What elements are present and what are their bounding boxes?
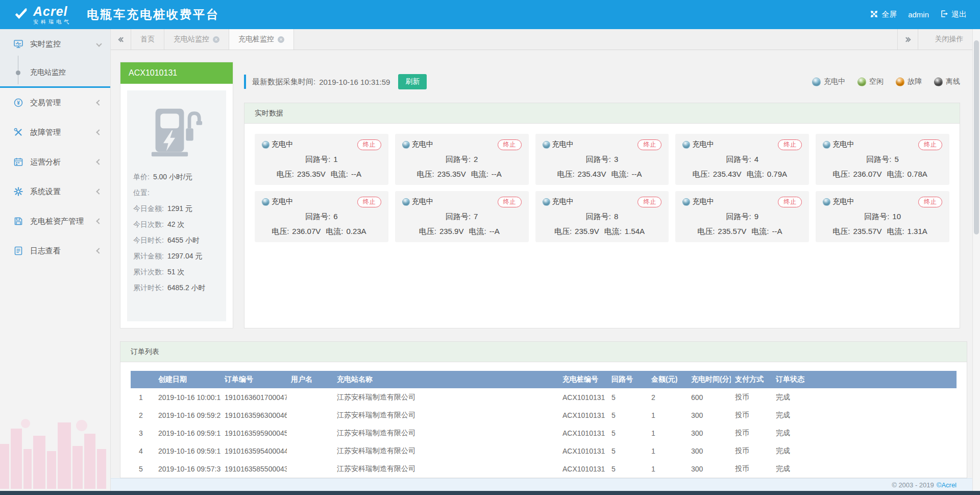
tab-station-monitor[interactable]: 充电站监控× [164, 29, 229, 50]
stop-button[interactable]: 终止 [918, 139, 942, 150]
charging-card: 充电中终止回路号:1电压:235.35V电流:--A [255, 134, 388, 185]
current-value: 1.54A [625, 227, 645, 235]
card-status-label: 充电中 [832, 197, 854, 206]
table-row[interactable]: 22019-10-16 09:59:231910163596300046江苏安科… [131, 406, 957, 424]
chevron-left-icon [96, 159, 102, 164]
scroll-tabs-right-icon[interactable] [897, 29, 918, 50]
sidebar-item-label: 故障管理 [30, 128, 61, 137]
circuit-value: 2 [474, 155, 478, 163]
sidebar-item-transaction-mgmt[interactable]: ¥交易管理 [0, 88, 110, 117]
table-row[interactable]: 32019-10-16 09:59:191910163595900045江苏安科… [131, 424, 957, 442]
card-meter: 电压:235.43V电流:0.79A [682, 170, 802, 179]
sidebar-item-pile-asset-mgmt[interactable]: 充电桩资产管理 [0, 206, 110, 236]
tab-home[interactable]: 首页 [131, 29, 164, 50]
sidebar-group: 充电桩资产管理 [0, 206, 110, 236]
asset-icon [13, 216, 23, 226]
device-summary: 单价:5.00 小时/元位置:今日金额:1291 元今日次数:42 次今日时长:… [127, 90, 226, 321]
brand-link[interactable]: ©Acrel [937, 481, 957, 489]
stop-button[interactable]: 终止 [638, 197, 662, 207]
scroll-tabs-left-icon[interactable] [111, 29, 131, 50]
settings-icon [13, 186, 23, 197]
cell-username [287, 460, 333, 478]
card-status-label: 充电中 [692, 140, 714, 149]
charging-card: 充电中终止回路号:8电压:235.9V电流:1.54A [535, 191, 669, 242]
circuit-value: 1 [333, 155, 337, 163]
cell-amount: 2 [647, 388, 687, 406]
sidebar-item-system-settings[interactable]: 系统设置 [0, 177, 110, 206]
card-status-label: 充电中 [272, 197, 293, 206]
stop-button[interactable]: 终止 [498, 139, 522, 150]
cell-pay-method: 投币 [731, 388, 772, 406]
voltage-label: 电压: [697, 227, 715, 235]
sidebar-menu: 实时监控充电站监控¥交易管理故障管理运营分析系统设置充电桩资产管理日志查看 [0, 29, 110, 266]
circuit-value: 9 [754, 212, 758, 221]
charging-card: 充电中终止回路号:2电压:235.35V电流:--A [395, 134, 529, 185]
cell-order-status: 完成 [772, 406, 957, 424]
card-meter: 电压:235.43V电流:--A [543, 170, 662, 179]
column-header-3: 充电站名称 [333, 371, 558, 388]
close-operations-button[interactable]: 关闭操作 [918, 29, 980, 50]
cell-station-name: 江苏安科瑞制造有限公司 [333, 388, 558, 406]
cell-pile-no: ACX1010131 [558, 388, 607, 406]
card-meter: 电压:235.9V电流:1.54A [543, 227, 662, 237]
stop-button[interactable]: 终止 [357, 139, 381, 150]
sidebar-item-label: 交易管理 [30, 98, 61, 108]
stop-button[interactable]: 终止 [357, 197, 381, 207]
cell-order-status: 完成 [772, 424, 957, 442]
stop-button[interactable]: 终止 [918, 197, 942, 207]
sidebar-subitem-station-monitor[interactable]: 充电站监控 [0, 59, 110, 86]
chevron-left-icon [96, 188, 102, 194]
table-row[interactable]: 12019-10-16 10:00:171910163601700047江苏安科… [131, 388, 957, 406]
stop-button[interactable]: 终止 [778, 139, 802, 150]
charging-card: 充电中终止回路号:9电压:235.57V电流:--A [675, 191, 809, 242]
cell-charge-minutes: 600 [687, 388, 731, 406]
cell-row-index: 2 [131, 406, 154, 424]
device-stat-line: 累计金额:1297.04 元 [133, 248, 220, 264]
sidebar-item-fault-mgmt[interactable]: 故障管理 [0, 117, 110, 147]
fault-icon [13, 127, 23, 137]
username[interactable]: admin [908, 10, 929, 19]
device-stat-line: 今日时长:6455 小时 [133, 232, 220, 248]
fullscreen-button[interactable]: 全屏 [870, 10, 897, 20]
refresh-button[interactable]: 刷新 [398, 74, 427, 89]
legend-offline: 离线 [934, 77, 960, 86]
cell-circuit-no: 5 [607, 388, 647, 406]
tab-pile-monitor[interactable]: 充电桩监控× [229, 29, 294, 50]
circuit-label: 回路号: [305, 155, 330, 163]
cell-pay-method: 投币 [731, 460, 772, 478]
stop-button[interactable]: 终止 [778, 197, 802, 207]
cell-station-name: 江苏安科瑞制造有限公司 [333, 406, 558, 424]
sidebar-group: 运营分析 [0, 147, 110, 177]
logout-button[interactable]: 退出 [940, 10, 967, 19]
cell-amount: 1 [647, 460, 687, 478]
sidebar-item-operation-analysis[interactable]: 运营分析 [0, 147, 110, 177]
stat-value: 6455 小时 [167, 236, 200, 244]
card-meter: 电压:235.9V电流:--A [402, 227, 522, 237]
cell-pay-method: 投币 [731, 424, 772, 442]
stop-button[interactable]: 终止 [638, 139, 662, 150]
device-stat-line: 位置: [133, 185, 220, 201]
sidebar-item-log-view[interactable]: 日志查看 [0, 236, 110, 266]
stat-label: 位置: [133, 188, 150, 197]
device-stat-line: 累计时长:6485.2 小时 [133, 280, 220, 296]
close-tab-icon[interactable]: × [278, 36, 284, 43]
charging-card: 充电中终止回路号:10电压:235.57V电流:1.31A [816, 191, 949, 242]
copyright-text: © 2003 - 2019 [892, 481, 934, 489]
circuit-number: 回路号:6 [262, 212, 381, 222]
cell-pile-no: ACX1010131 [558, 442, 607, 460]
logo-subtext: 安科瑞电气 [33, 19, 71, 25]
circuit-label: 回路号: [726, 155, 751, 163]
sidebar-item-realtime-monitor[interactable]: 实时监控 [0, 29, 110, 59]
card-meter: 电压:235.35V电流:--A [402, 170, 522, 179]
stop-button[interactable]: 终止 [498, 197, 522, 207]
cell-order-no: 1910163601700047 [220, 388, 287, 406]
table-row[interactable]: 42019-10-16 09:59:141910163595400044江苏安科… [131, 442, 957, 460]
orders-table: 创建日期订单编号用户名充电站名称充电桩编号回路号金额(元)充电时间(分)支付方式… [131, 371, 957, 478]
scrollbar-thumb[interactable] [974, 40, 979, 234]
close-tab-icon[interactable]: × [213, 36, 219, 43]
realtime-data-panel: 实时数据 充电中终止回路号:1电压:235.35V电流:--A充电中终止回路号:… [244, 103, 960, 328]
circuit-value: 6 [333, 212, 337, 221]
table-row[interactable]: 52019-10-16 09:57:351910163585500043江苏安科… [131, 460, 957, 478]
circuit-label: 回路号: [866, 155, 891, 163]
cell-charge-minutes: 300 [687, 424, 731, 442]
